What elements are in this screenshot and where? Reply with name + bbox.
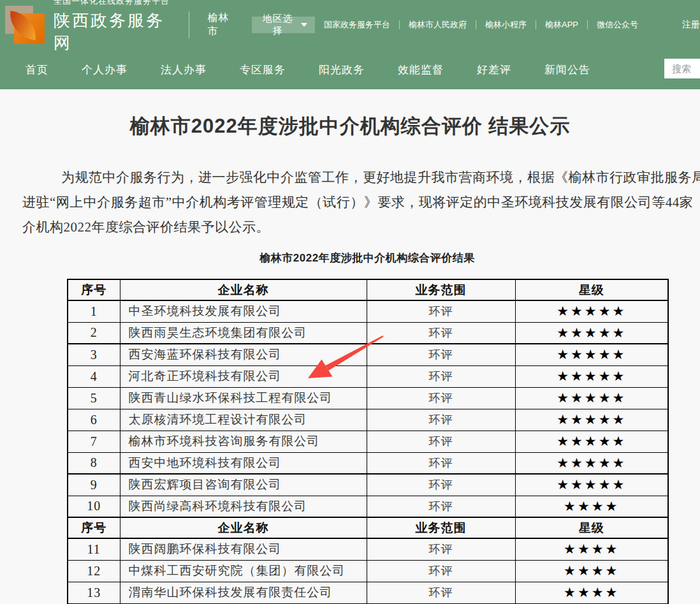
- cell-scope: 环评: [367, 474, 515, 496]
- masthead: 全国一体化在线政务服务平台 陕西政务服务网 榆林市 地区选择 国家政务服务平台榆…: [0, 0, 700, 89]
- quick-links: 国家政务服务平台榆林市人民政府榆林小程序榆林APP微信公众号: [315, 19, 647, 31]
- cell-stars: ★★★★★: [515, 365, 668, 387]
- cell-name: 西安海蓝环保科技有限公司: [120, 344, 367, 365]
- nav-item[interactable]: 好差评: [477, 63, 511, 77]
- table-row: 10陕西尚绿高科环境科技有限公司环评★★★★: [68, 496, 668, 517]
- site-logo-icon: [5, 4, 45, 45]
- cell-no: 13: [68, 582, 120, 603]
- cell-name: 中圣环境科技发展有限公司: [120, 300, 367, 322]
- cell-stars: ★★★★★: [515, 344, 668, 365]
- cell-stars: ★★★★★: [515, 387, 668, 409]
- main-nav: 首页个人办事法人办事专区服务阳光政务效能监督好差评新闻公告: [0, 50, 700, 89]
- cell-scope: 环评: [367, 431, 515, 452]
- page-title: 榆林市2022年度涉批中介机构综合评价 结果公示: [0, 89, 700, 140]
- cell-name: 榆林市环境科技咨询服务有限公司: [120, 431, 367, 452]
- table-row: 13渭南华山环保科技发展有限责任公司环评★★★★: [68, 582, 668, 603]
- quick-link[interactable]: 国家政务服务平台: [315, 19, 399, 31]
- platform-tagline: 全国一体化在线政务服务平台: [54, 0, 173, 7]
- cell-name: 陕西雨昊生态环境集团有限公司: [120, 322, 367, 344]
- cell-stars: ★★★★★: [515, 300, 668, 322]
- cell-scope: 环评: [367, 387, 515, 409]
- cell-no: 1: [68, 300, 120, 322]
- paragraph-line: 为规范中介服务行为，进一步强化中介监管工作，更好地提升我市营商环境，根据《榆林市…: [22, 165, 700, 190]
- cell-scope: 环评: [367, 538, 515, 560]
- brand-text: 全国一体化在线政务服务平台 陕西政务服务网: [54, 0, 173, 54]
- cell-name: 陕西宏辉项目咨询有限公司: [120, 474, 367, 496]
- cell-stars: ★★★★★: [515, 322, 668, 344]
- cell-stars: ★★★★: [515, 582, 668, 603]
- quick-link[interactable]: 榆林小程序: [476, 19, 536, 31]
- nav-item[interactable]: 法人办事: [161, 63, 207, 77]
- cell-name: 太原核清环境工程设计有限公司: [120, 409, 367, 431]
- brand-row: 全国一体化在线政务服务平台 陕西政务服务网 榆林市 地区选择 国家政务服务平台榆…: [0, 0, 700, 50]
- table-row: 11陕西阔鹏环保科技有限公司环评★★★★: [68, 538, 668, 560]
- column-header: 序号: [68, 517, 120, 538]
- region-select-button[interactable]: 地区选择: [252, 17, 315, 33]
- region-select-label: 地区选择: [259, 13, 296, 37]
- column-header: 星级: [515, 517, 668, 538]
- cell-no: 8: [68, 452, 120, 474]
- table-caption: 榆林市2022年度涉批中介机构综合评价结果: [67, 251, 667, 265]
- cell-scope: 环评: [367, 344, 515, 365]
- nav-item[interactable]: 效能监督: [398, 63, 444, 77]
- column-header: 企业名称: [120, 279, 367, 300]
- table-row: 12中煤科工西安研究院（集团）有限公司环评★★★★: [68, 560, 668, 582]
- paragraph-line: 介机构2022年度综合评价结果予以公示。: [22, 215, 700, 240]
- nav-item[interactable]: 首页: [26, 63, 48, 77]
- cell-no: 9: [68, 474, 120, 496]
- column-header: 企业名称: [120, 517, 367, 538]
- cell-scope: 环评: [367, 582, 515, 603]
- paragraph-line: 进驻“网上中介服务超市”中介机构考评管理规定（试行）》要求，现将评定的中圣环境科…: [22, 190, 700, 215]
- cell-no: 3: [68, 344, 120, 365]
- column-header: 业务范围: [367, 517, 515, 538]
- cell-stars: ★★★★: [515, 538, 668, 560]
- table-row: 7榆林市环境科技咨询服务有限公司环评★★★★★: [68, 431, 668, 452]
- column-header: 序号: [68, 279, 120, 300]
- cell-scope: 环评: [367, 560, 515, 582]
- cell-scope: 环评: [367, 452, 515, 474]
- cell-name: 西安中地环境科技有限公司: [120, 452, 367, 474]
- table-row: 1中圣环境科技发展有限公司环评★★★★★: [68, 300, 668, 322]
- cell-scope: 环评: [367, 496, 515, 517]
- announcement-page: 榆林市2022年度涉批中介机构综合评价 结果公示 为规范中介服务行为，进一步强化…: [0, 89, 700, 604]
- cell-no: 6: [68, 409, 120, 431]
- quick-link[interactable]: 榆林市人民政府: [400, 19, 476, 31]
- nav-item[interactable]: 个人办事: [82, 63, 128, 77]
- quick-link[interactable]: 微信公众号: [588, 19, 647, 31]
- cell-no: 11: [68, 538, 120, 560]
- nav-item[interactable]: 阳光政务: [319, 63, 365, 77]
- cell-no: 12: [68, 560, 120, 582]
- table-row: 6太原核清环境工程设计有限公司环评★★★★★: [68, 409, 668, 431]
- brand-divider: [189, 11, 189, 38]
- cell-stars: ★★★★★: [515, 409, 668, 431]
- table-row: 4河北奇正环境科技有限公司环评★★★★★: [68, 365, 668, 387]
- announcement-paragraph: 为规范中介服务行为，进一步强化中介监管工作，更好地提升我市营商环境，根据《榆林市…: [0, 165, 700, 240]
- site-name: 陕西政务服务网: [54, 10, 173, 54]
- table-header-row: 序号企业名称业务范围星级: [68, 517, 668, 538]
- nav-item[interactable]: 专区服务: [240, 63, 286, 77]
- cell-stars: ★★★★★: [515, 474, 668, 496]
- cell-no: 2: [68, 322, 120, 344]
- current-city-label: 榆林市: [207, 11, 237, 38]
- cell-scope: 环评: [367, 409, 515, 431]
- quick-link[interactable]: 榆林APP: [536, 19, 587, 31]
- evaluation-results-table: 序号企业名称业务范围星级1中圣环境科技发展有限公司环评★★★★★2陕西雨昊生态环…: [67, 279, 669, 604]
- search-input[interactable]: [664, 59, 700, 78]
- cell-name: 陕西阔鹏环保科技有限公司: [120, 538, 367, 560]
- cell-stars: ★★★★★: [515, 452, 668, 474]
- column-header: 星级: [515, 279, 668, 300]
- table-row: 8西安中地环境科技有限公司环评★★★★★: [68, 452, 668, 474]
- cell-name: 渭南华山环保科技发展有限责任公司: [120, 582, 367, 603]
- cell-name: 中煤科工西安研究院（集团）有限公司: [120, 560, 367, 582]
- cell-no: 7: [68, 431, 120, 452]
- cell-stars: ★★★★★: [515, 431, 668, 452]
- cell-no: 4: [68, 365, 120, 387]
- table-row: 3西安海蓝环保科技有限公司环评★★★★★: [68, 344, 668, 365]
- cell-name: 陕西尚绿高科环境科技有限公司: [120, 496, 367, 517]
- table-header-row: 序号企业名称业务范围星级: [68, 279, 668, 300]
- cell-stars: ★★★★: [515, 496, 668, 517]
- register-link[interactable]: 注册: [682, 19, 700, 31]
- cell-no: 10: [68, 496, 120, 517]
- nav-item[interactable]: 新闻公告: [544, 63, 590, 77]
- chevron-down-icon: [301, 23, 307, 27]
